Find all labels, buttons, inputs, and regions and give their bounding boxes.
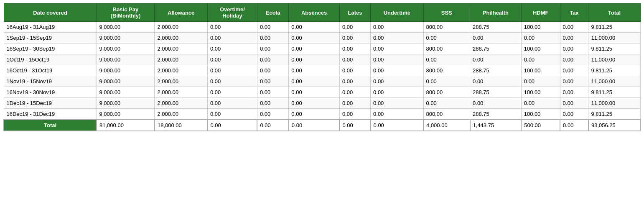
value-cell: 0.00 — [371, 54, 424, 65]
value-cell: 9,000.00 — [97, 44, 155, 54]
value-cell: 9,000.00 — [97, 87, 155, 98]
value-cell: 9,811.25 — [588, 22, 640, 33]
value-cell: 2,000.00 — [155, 33, 208, 44]
date-covered-cell: 1Nov19 - 15Nov19 — [4, 76, 97, 87]
total-value-cell: 0.00 — [560, 120, 588, 131]
value-cell: 0.00 — [289, 54, 340, 65]
total-value-cell: 500.00 — [521, 120, 560, 131]
value-cell: 0.00 — [257, 44, 288, 54]
date-covered-cell: 16Sep19 - 30Sep19 — [4, 44, 97, 54]
value-cell: 800.00 — [423, 65, 470, 76]
value-cell: 0.00 — [289, 44, 340, 54]
total-value-cell: 18,000.00 — [155, 120, 208, 131]
total-value-cell: 93,056.25 — [588, 120, 640, 131]
column-header: Date covered — [4, 4, 97, 22]
value-cell: 2,000.00 — [155, 44, 208, 54]
column-header: SSS — [423, 4, 470, 22]
payroll-table: Date coveredBasic Pay (BiMonthly)Allowan… — [3, 3, 641, 131]
value-cell: 0.00 — [371, 22, 424, 33]
table-row: 16Dec19 - 31Dec199,000.002,000.000.000.0… — [4, 109, 640, 120]
value-cell: 2,000.00 — [155, 22, 208, 33]
value-cell: 0.00 — [207, 54, 257, 65]
value-cell: 0.00 — [289, 76, 340, 87]
value-cell: 0.00 — [339, 76, 370, 87]
value-cell: 0.00 — [207, 87, 257, 98]
value-cell: 0.00 — [560, 33, 588, 44]
column-header: Absences — [289, 4, 340, 22]
value-cell: 288.75 — [470, 22, 522, 33]
value-cell: 0.00 — [371, 44, 424, 54]
value-cell: 0.00 — [560, 54, 588, 65]
value-cell: 800.00 — [423, 87, 470, 98]
value-cell: 100.00 — [521, 87, 560, 98]
value-cell: 0.00 — [560, 109, 588, 120]
value-cell: 0.00 — [339, 87, 370, 98]
value-cell: 800.00 — [423, 44, 470, 54]
value-cell: 2,000.00 — [155, 54, 208, 65]
total-row: Total81,000.0018,000.000.000.000.000.000… — [4, 120, 640, 131]
value-cell: 0.00 — [560, 98, 588, 109]
value-cell: 9,000.00 — [97, 22, 155, 33]
value-cell: 0.00 — [423, 76, 470, 87]
date-covered-cell: 16Aug19 - 31Aug19 — [4, 22, 97, 33]
total-value-cell: 4,000.00 — [423, 120, 470, 131]
value-cell: 0.00 — [339, 33, 370, 44]
value-cell: 2,000.00 — [155, 76, 208, 87]
value-cell: 288.75 — [470, 65, 522, 76]
value-cell: 0.00 — [289, 87, 340, 98]
value-cell: 9,811.25 — [588, 109, 640, 120]
total-value-cell: 0.00 — [257, 120, 288, 131]
total-value-cell: 0.00 — [289, 120, 340, 131]
value-cell: 0.00 — [289, 98, 340, 109]
value-cell: 0.00 — [423, 54, 470, 65]
value-cell: 0.00 — [339, 54, 370, 65]
value-cell: 0.00 — [423, 98, 470, 109]
value-cell: 0.00 — [207, 98, 257, 109]
column-header: Undertime — [371, 4, 424, 22]
value-cell: 9,000.00 — [97, 76, 155, 87]
table-row: 16Sep19 - 30Sep199,000.002,000.000.000.0… — [4, 44, 640, 54]
value-cell: 9,000.00 — [97, 65, 155, 76]
value-cell: 0.00 — [257, 22, 288, 33]
total-value-cell: 1,443.75 — [470, 120, 522, 131]
value-cell: 0.00 — [470, 33, 522, 44]
value-cell: 11,000.00 — [588, 76, 640, 87]
value-cell: 0.00 — [257, 87, 288, 98]
value-cell: 0.00 — [560, 65, 588, 76]
value-cell: 0.00 — [423, 33, 470, 44]
value-cell: 0.00 — [371, 33, 424, 44]
value-cell: 0.00 — [371, 87, 424, 98]
value-cell: 0.00 — [371, 109, 424, 120]
column-header: Allowance — [155, 4, 208, 22]
value-cell: 0.00 — [560, 44, 588, 54]
value-cell: 0.00 — [289, 65, 340, 76]
value-cell: 0.00 — [339, 65, 370, 76]
value-cell: 11,000.00 — [588, 33, 640, 44]
value-cell: 0.00 — [289, 109, 340, 120]
value-cell: 0.00 — [521, 54, 560, 65]
total-label: Total — [4, 120, 97, 131]
date-covered-cell: 16Oct19 - 31Oct19 — [4, 65, 97, 76]
value-cell: 0.00 — [289, 33, 340, 44]
value-cell: 0.00 — [560, 76, 588, 87]
value-cell: 0.00 — [470, 98, 522, 109]
value-cell: 11,000.00 — [588, 54, 640, 65]
table-row: 1Sep19 - 15Sep199,000.002,000.000.000.00… — [4, 33, 640, 44]
table-row: 1Dec19 - 15Dec199,000.002,000.000.000.00… — [4, 98, 640, 109]
value-cell: 0.00 — [339, 44, 370, 54]
value-cell: 0.00 — [289, 22, 340, 33]
table-row: 1Oct19 - 15Oct199,000.002,000.000.000.00… — [4, 54, 640, 65]
value-cell: 800.00 — [423, 109, 470, 120]
date-covered-cell: 16Nov19 - 30Nov19 — [4, 87, 97, 98]
value-cell: 9,000.00 — [97, 98, 155, 109]
value-cell: 0.00 — [339, 109, 370, 120]
value-cell: 0.00 — [521, 98, 560, 109]
value-cell: 0.00 — [257, 109, 288, 120]
value-cell: 9,000.00 — [97, 109, 155, 120]
value-cell: 9,000.00 — [97, 33, 155, 44]
table-row: 16Oct19 - 31Oct199,000.002,000.000.000.0… — [4, 65, 640, 76]
value-cell: 0.00 — [521, 76, 560, 87]
value-cell: 9,811.25 — [588, 87, 640, 98]
value-cell: 0.00 — [257, 54, 288, 65]
column-header: Tax — [560, 4, 588, 22]
